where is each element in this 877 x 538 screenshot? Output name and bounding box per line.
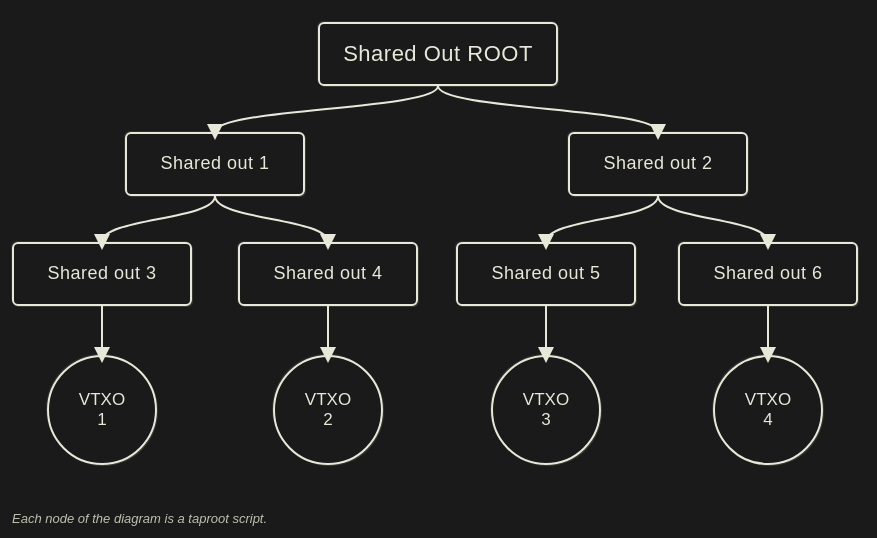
node-2: Shared out 2: [568, 132, 748, 196]
node-6: Shared out 6: [678, 242, 858, 306]
diagram-caption: Each node of the diagram is a taproot sc…: [12, 511, 267, 526]
root-node: Shared Out ROOT: [318, 22, 558, 86]
node-4: Shared out 4: [238, 242, 418, 306]
diagram-container: Shared Out ROOT Shared out 1 Shared out …: [0, 0, 877, 510]
node-5: Shared out 5: [456, 242, 636, 306]
vtxo-2: VTXO 2: [273, 355, 383, 465]
vtxo-4: VTXO 4: [713, 355, 823, 465]
vtxo-3: VTXO 3: [491, 355, 601, 465]
node-3: Shared out 3: [12, 242, 192, 306]
vtxo-1: VTXO 1: [47, 355, 157, 465]
node-1: Shared out 1: [125, 132, 305, 196]
